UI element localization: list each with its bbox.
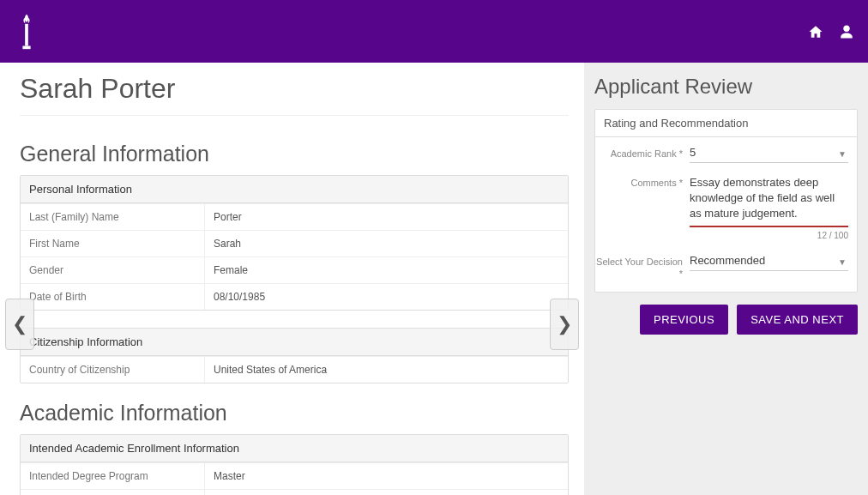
last-name-value: Porter: [205, 204, 568, 230]
enrollment-panel: Intended Academic Enrollment Information…: [20, 434, 569, 495]
app-header: [0, 0, 868, 63]
chevron-left-icon: ❮: [12, 313, 27, 335]
rank-select[interactable]: 5: [690, 146, 848, 163]
review-actions: PREVIOUS SAVE AND NEXT: [594, 305, 858, 335]
review-title: Applicant Review: [594, 75, 858, 99]
table-row: Intended Degree Program Master: [21, 462, 568, 489]
enrollment-header: Intended Academic Enrollment Information: [21, 435, 568, 462]
first-name-value: Sarah: [205, 231, 568, 257]
personal-info-header: Personal Information: [21, 176, 568, 203]
last-name-label: Last (Family) Name: [21, 204, 205, 230]
svg-rect-1: [22, 45, 30, 49]
next-applicant-button[interactable]: ❯: [550, 299, 579, 350]
comments-row: Comments * Essay demonstrates deep knowl…: [595, 166, 857, 231]
home-icon[interactable]: [808, 24, 823, 39]
applicant-detail: Sarah Porter General Information Persona…: [0, 63, 584, 495]
personal-info-panel: Personal Information Last (Family) Name …: [20, 175, 569, 311]
review-card-header: Rating and Recommendation: [595, 110, 857, 137]
first-name-label: First Name: [21, 231, 205, 257]
gender-value: Female: [205, 257, 568, 283]
degree-label: Intended Degree Program: [21, 463, 205, 489]
rank-label: Academic Rank *: [595, 146, 690, 163]
table-row: Proposed Program Healthcare Administrati…: [21, 489, 568, 495]
program-label: Proposed Program: [21, 490, 205, 495]
dob-label: Date of Birth: [21, 284, 205, 310]
divider: [20, 115, 569, 116]
logo-torch-icon: [17, 13, 36, 51]
comments-textarea[interactable]: Essay demonstrates deep knowledge of the…: [690, 175, 848, 227]
decision-select[interactable]: Recommended: [690, 254, 848, 271]
program-value: Healthcare Administration: [205, 490, 568, 495]
citizenship-header: Citizenship Information: [21, 329, 568, 356]
decision-label: Select Your Decision *: [595, 254, 690, 281]
comments-label: Comments *: [595, 175, 690, 227]
country-label: Country of Citizenship: [21, 357, 205, 383]
table-row: First Name Sarah: [21, 230, 568, 257]
char-count: 12 / 100: [595, 231, 857, 245]
rank-row: Academic Rank * 5 ▼: [595, 137, 857, 166]
svg-rect-0: [25, 23, 28, 45]
table-row: Date of Birth 08/10/1985: [21, 283, 568, 310]
decision-row: Select Your Decision * Recommended ▼: [595, 245, 857, 293]
dob-value: 08/10/1985: [205, 284, 568, 310]
review-card: Rating and Recommendation Academic Rank …: [594, 109, 858, 293]
table-row: Gender Female: [21, 257, 568, 283]
country-value: United States of America: [205, 357, 568, 383]
academic-info-heading: Academic Information: [20, 401, 569, 426]
prev-applicant-button[interactable]: ❮: [5, 299, 34, 350]
degree-value: Master: [205, 463, 568, 489]
user-icon[interactable]: [839, 24, 854, 39]
table-row: Country of Citizenship United States of …: [21, 356, 568, 383]
general-info-heading: General Information: [20, 142, 569, 166]
header-actions: [808, 24, 854, 39]
chevron-right-icon: ❯: [557, 313, 572, 335]
citizenship-panel: Citizenship Information Country of Citiz…: [20, 328, 569, 383]
table-row: Last (Family) Name Porter: [21, 203, 568, 230]
review-sidebar: Applicant Review Rating and Recommendati…: [584, 63, 868, 495]
applicant-name: Sarah Porter: [20, 73, 569, 105]
save-and-next-button[interactable]: SAVE AND NEXT: [737, 305, 858, 335]
gender-label: Gender: [21, 257, 205, 283]
previous-button[interactable]: PREVIOUS: [640, 305, 728, 335]
